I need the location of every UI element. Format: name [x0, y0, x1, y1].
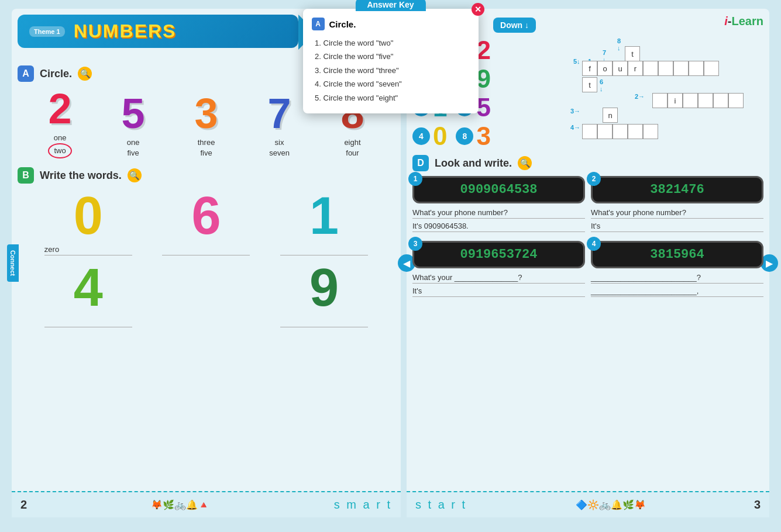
left-tab: Connect [7, 244, 19, 282]
phone-card-3: 3 0919653724 [412, 241, 585, 268]
d-item-3: 3 0919653724 What's your _______________… [412, 241, 585, 300]
page-num-right: 3 [754, 498, 761, 512]
cw-empty5 [704, 61, 719, 76]
section-b-magnify[interactable]: 🔍 [128, 168, 142, 182]
cw-empty10 [728, 93, 744, 108]
cw-label-6: 6↓ [600, 78, 603, 92]
b-num-0: 0 [74, 189, 103, 242]
popup-a-badge: A [312, 18, 325, 30]
popup-item-2: Circle the word "five" [324, 50, 470, 63]
down-button[interactable]: Down ↓ [493, 18, 536, 33]
d-answer-3: It's [412, 286, 585, 297]
theme-banner: Theme 1 NUMBERS [18, 15, 298, 48]
section-b-title: Write the words. [40, 170, 122, 182]
section-d-title: Look and write. [435, 157, 512, 170]
cw-label-8: 8↓ [617, 37, 621, 51]
circle-8: 8 [456, 127, 473, 145]
label-7: sixseven [269, 137, 290, 158]
theme-badge: Theme 1 [29, 26, 65, 37]
popup-circle-label: Circle. [329, 19, 356, 29]
d-question-1: What's your phone number? [412, 208, 585, 219]
section-a-magnify[interactable]: 🔍 [78, 67, 92, 81]
grid-cell-4-0: 4 0 [412, 123, 447, 149]
section-d-badge: D [412, 155, 429, 171]
number-item-5: 5 onefive [122, 92, 145, 158]
cw-i: i [668, 93, 683, 108]
phone-number-1: 0909064538 [423, 182, 574, 197]
cw-row-i: i [652, 93, 744, 108]
b-label-0: zero [44, 245, 59, 255]
popup-section-title: A Circle. [312, 18, 470, 30]
cw-4-e3 [613, 124, 628, 139]
number-2: 2 [49, 88, 72, 130]
cw-row-t: t [625, 46, 640, 61]
cw-4-e2 [597, 124, 613, 139]
crossword-area: 8↓ 7↓ 5↓ 1→ t f [570, 37, 763, 152]
b-writeline-9 [280, 317, 368, 327]
grid-num-0: 0 [433, 123, 447, 149]
cw-empty9 [713, 93, 728, 108]
phone-number-4: 3815964 [601, 247, 753, 262]
number-3: 3 [195, 92, 218, 134]
label-3: threefive [198, 137, 215, 158]
popup-close-button[interactable]: ✕ [472, 3, 484, 16]
phone-card-1: 1 0909064538 [412, 176, 585, 203]
b-number-6: 6 [162, 189, 250, 255]
popup-item-4: Circle the word "seven" [324, 77, 470, 91]
label-5: onefive [127, 137, 140, 158]
phone-card-4: 4 3815964 [591, 241, 763, 268]
d-answer-1: It's 0909064538. [412, 222, 585, 232]
cw-label-4: 4→ [570, 124, 580, 131]
cw-4-e1 [582, 124, 597, 139]
cw-row-four: f o u r [582, 61, 719, 76]
cw-row-n: n [603, 108, 618, 123]
phone-number-3: 0919653724 [423, 247, 574, 262]
phone-badge-3: 3 [408, 237, 422, 251]
popup-item-3: Circle the word "three" [324, 64, 470, 77]
phone-number-2: 3821476 [601, 182, 753, 197]
popup-list: Circle the word "two" Circle the word "f… [312, 36, 470, 105]
b-number-0: 0 zero [44, 189, 132, 255]
right-decorative-icons: 🔷🔆🚲🔔🌿🦊 [576, 499, 646, 510]
d-answer-2: It's [591, 222, 763, 232]
phone-badge-1: 1 [408, 172, 422, 186]
label-2: onetwo [48, 133, 71, 158]
popup-item-5: Circle the word "eight" [324, 91, 470, 105]
d-question-3: What's your _______________? [412, 273, 585, 284]
phone-badge-2: 2 [587, 172, 601, 186]
b-number-1: 1 [280, 189, 368, 255]
b-num-1: 1 [309, 189, 339, 242]
cw-4-e4 [628, 124, 643, 139]
phone-card-2: 2 3821476 [591, 176, 763, 203]
cw-label-5: 5↓ [573, 58, 580, 65]
number-5: 5 [122, 92, 145, 134]
cw-empty3 [673, 61, 689, 76]
d-item-1: 1 0909064538 What's your phone number? I… [412, 176, 585, 235]
number-item-3: 3 threefive [195, 92, 218, 158]
grid-num-5: 5 [476, 95, 490, 120]
d-question-4: _________________________? [591, 273, 763, 284]
cw-empty7 [683, 93, 698, 108]
section-a-title: Circle. [40, 68, 72, 80]
phone-badge-4: 4 [587, 237, 601, 251]
cw-label-2: 2→ [635, 93, 645, 100]
grid-cell-8-3: 8 3 [456, 123, 490, 149]
b-writeline-0: zero [44, 245, 132, 255]
bottom-bar-left: 2 🦊🌿🚲🔔🔺 s m a r t [12, 491, 401, 517]
cw-row-t2: t [582, 77, 597, 92]
b-num-6: 6 [191, 189, 221, 242]
number-7: 7 [268, 92, 291, 134]
bottom-bar-right: s t a r t 🔷🔆🚲🔔🌿🦊 3 [407, 491, 769, 517]
cw-t2: t [582, 77, 597, 92]
b-writeline-4 [44, 317, 132, 327]
section-b-row2: 4 9 [18, 261, 395, 327]
section-b-row1: 0 zero 6 1 [18, 189, 395, 255]
b-number-4: 4 [44, 261, 132, 327]
cw-n: n [603, 108, 618, 123]
section-d-magnify[interactable]: 🔍 [518, 156, 532, 170]
section-d: D Look and write. 🔍 1 0909064538 What's … [412, 155, 763, 300]
popup-item-1: Circle the word "two" [324, 36, 470, 50]
number-item-7: 7 sixseven [268, 92, 291, 158]
answer-key-popup: Answer Key ✕ A Circle. Circle the word "… [303, 9, 479, 113]
b-number-9: 9 [280, 261, 368, 327]
